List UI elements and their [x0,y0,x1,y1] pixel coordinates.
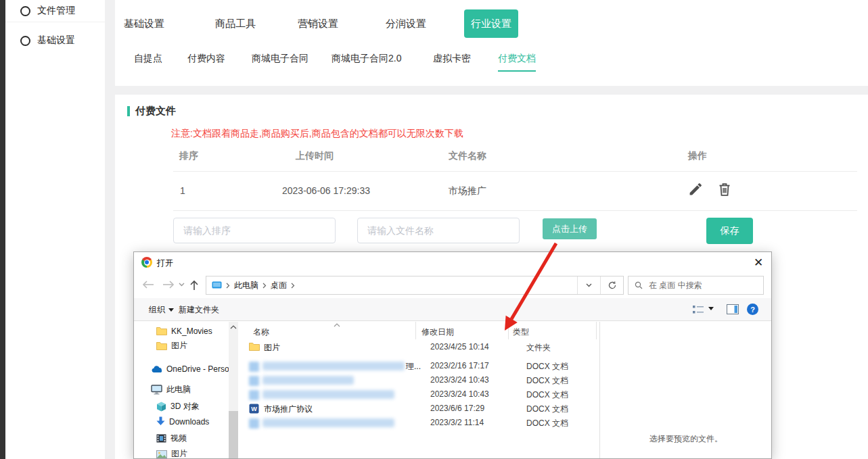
search-icon [635,281,643,289]
file-type: DOCX 文档 [526,418,568,429]
save-button[interactable]: 保存 [706,218,753,244]
view-list-icon[interactable] [693,305,704,314]
file-name-suffix: 理... [406,361,421,372]
notice-text: 注意:文档跟着商品走,商品购买后,商品包含的文档都可以无限次数下载 [171,128,463,140]
file-type: DOCX 文档 [526,389,568,401]
column-divider[interactable] [508,322,509,339]
new-folder-button[interactable]: 新建文件夹 [179,304,219,316]
new-folder-label: 新建文件夹 [179,304,219,316]
file-row-redacted[interactable]: 2023/3/2 11:14 DOCX 文档 [134,416,599,430]
column-divider[interactable] [415,322,416,339]
file-row[interactable]: 图片 2023/4/25 10:14 文件夹 [134,341,599,354]
divider [173,210,857,211]
file-date: 2023/6/6 17:29 [430,404,484,413]
upload-button[interactable]: 点击上传 [543,218,597,239]
forward-icon[interactable] [162,280,175,289]
tab-virtual-card[interactable]: 虚拟卡密 [433,53,471,70]
folder-icon [156,327,167,335]
column-divider[interactable] [596,322,597,339]
divider [173,171,857,172]
chevron-right-icon [291,283,295,289]
video-icon [156,434,166,443]
left-accent-strip [0,0,5,459]
breadcrumb-this-pc[interactable]: 此电脑 [234,280,258,291]
word-icon: W [249,404,259,414]
file-date: 2023/3/24 10:43 [430,375,489,385]
tab-product-tools[interactable]: 商品工具 [215,18,256,30]
file-name: 市场推广协议 [264,404,313,415]
file-row-redacted[interactable]: 理... 2023/2/16 17:17 DOCX 文档 [134,360,599,373]
section-title: 付费文件 [135,105,176,118]
filename-input[interactable] [357,218,520,243]
chevron-right-icon [226,283,230,289]
help-icon[interactable]: ? [747,304,758,315]
tab-industry-settings-active[interactable]: 行业设置 [464,9,518,38]
page: 文件管理 基础设置 基础设置 商品工具 营销设置 分润设置 行业设置 自提点 付… [0,0,868,459]
chrome-icon [141,257,152,268]
refresh-icon[interactable] [600,276,623,294]
file-col-type[interactable]: 类型 [513,327,529,338]
col-header-actions: 操作 [688,150,707,162]
redacted-name [262,418,394,427]
file-col-name[interactable]: 名称 [253,327,269,338]
tab-marketing[interactable]: 营销设置 [298,18,338,30]
view-caret-icon[interactable] [708,307,714,310]
tab-profit-sharing[interactable]: 分润设置 [386,18,426,30]
file-date: 2023/3/24 10:43 [430,389,489,399]
tab-paid-docs-active[interactable]: 付费文档 [498,53,536,72]
dialog-navbar: 此电脑 桌面 [134,272,771,298]
picture-icon [156,450,167,458]
tree-item-videos[interactable]: 视频 [156,433,187,444]
back-icon[interactable] [142,280,154,289]
file-icon [249,418,259,429]
search-input[interactable] [647,280,745,291]
tree-item-pictures[interactable]: 图片 [156,448,187,459]
col-header-uploaded: 上传时间 [296,150,334,162]
organize-button[interactable]: 组织 [149,304,174,316]
col-header-sort: 排序 [179,150,198,162]
tree-item-kk-movies[interactable]: KK_Movies [156,325,212,337]
preview-pane-icon[interactable] [727,304,739,314]
file-row-redacted[interactable]: 2023/3/24 10:43 DOCX 文档 [134,388,599,402]
history-dropdown-icon[interactable] [179,283,185,287]
file-date: 2023/3/2 11:14 [430,418,484,427]
section-accent-bar [127,106,130,116]
sidebar-item-basic-settings[interactable]: 基础设置 [5,30,105,51]
up-icon[interactable] [189,280,199,291]
close-icon[interactable]: ✕ [750,255,767,270]
tab-econtract[interactable]: 商城电子合同 [252,53,309,70]
file-date: 2023/4/25 10:14 [430,342,489,352]
delete-icon[interactable] [716,181,733,197]
desktop-icon [212,281,222,289]
caret-down-icon [168,308,174,312]
file-row-redacted[interactable]: 2023/3/24 10:43 DOCX 文档 [134,374,599,387]
chevron-right-icon [262,283,267,289]
file-date: 2023/2/16 17:17 [430,361,489,370]
sidebar-item-label: 基础设置 [37,34,75,47]
folder-icon [249,342,260,351]
file-icon [249,362,259,372]
file-row-marketing-agreement[interactable]: W 市场推广协议 2023/6/6 17:29 DOCX 文档 [134,402,599,416]
circle-icon [20,6,30,16]
sidebar: 文件管理 基础设置 [5,0,105,459]
sidebar-item-file-management[interactable]: 文件管理 [5,0,105,22]
cell-uploaded: 2023-06-06 17:29:33 [282,185,370,196]
edit-icon[interactable] [687,181,704,197]
col-header-filename: 文件名称 [449,150,486,162]
sidebar-item-label: 文件管理 [37,5,75,17]
address-dropdown-icon[interactable] [577,276,600,294]
scroll-up-icon [230,325,237,329]
tab-basic-settings[interactable]: 基础设置 [124,18,164,30]
file-icon [249,390,259,400]
svg-text:W: W [251,406,257,412]
breadcrumb-desktop[interactable]: 桌面 [271,280,287,291]
breadcrumb: 此电脑 桌面 [206,276,577,294]
sort-input[interactable] [173,218,336,243]
tab-pickup-point[interactable]: 自提点 [134,53,162,70]
tab-paid-content[interactable]: 付费内容 [187,53,225,70]
circle-icon [20,36,30,46]
tabs-panel: 基础设置 商品工具 营销设置 分润设置 行业设置 自提点 付费内容 商城电子合同… [115,0,868,86]
tab-econtract-2[interactable]: 商城电子合同2.0 [332,53,401,70]
file-type: DOCX 文档 [526,361,568,372]
file-col-date[interactable]: 修改日期 [421,327,454,338]
